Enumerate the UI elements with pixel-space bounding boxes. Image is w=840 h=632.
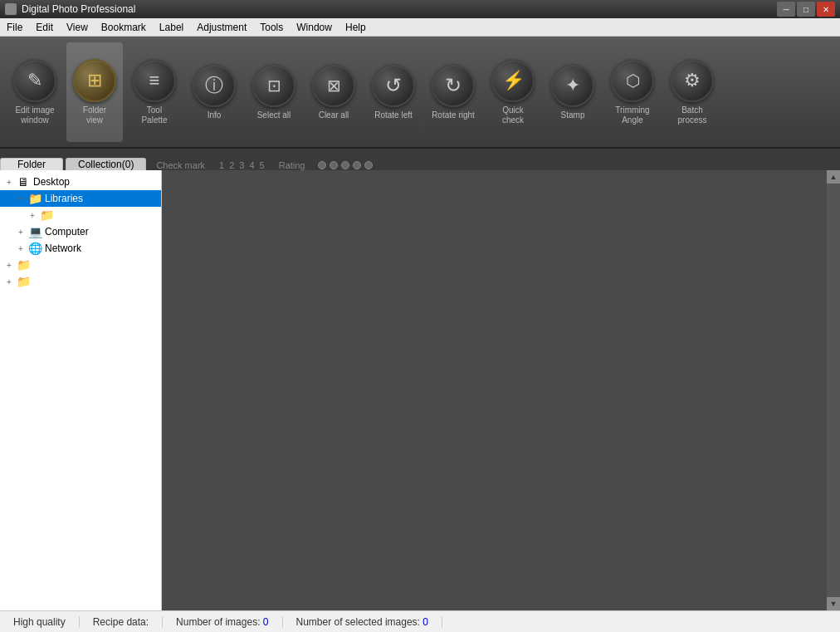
menu-view[interactable]: View — [60, 18, 95, 36]
clear-all-button[interactable]: ⊠ Clear all — [305, 42, 362, 142]
batch-process-button[interactable]: ⚙ Batchprocess — [664, 42, 720, 142]
stamp-label: Stamp — [561, 110, 585, 120]
edit-image-window-button[interactable]: ✎ Edit imagewindow — [7, 42, 63, 142]
network-expand[interactable]: + — [15, 244, 27, 253]
scroll-track[interactable] — [827, 184, 840, 597]
checkmark-1: 1 — [219, 160, 224, 170]
lib-sub-expand[interactable]: + — [27, 211, 38, 220]
network-label: Network — [45, 243, 81, 254]
clear-all-label: Clear all — [319, 110, 349, 120]
select-all-button[interactable]: ⊡ Select all — [246, 42, 302, 142]
folder1-icon: 📁 — [17, 258, 30, 272]
app-icon — [5, 3, 17, 15]
rotate-left-button[interactable]: ↺ Rotate left — [365, 42, 422, 142]
scroll-up-arrow[interactable]: ▲ — [827, 170, 840, 184]
libraries-icon: 📁 — [28, 192, 42, 205]
computer-expand[interactable]: + — [15, 228, 27, 237]
network-icon: 🌐 — [28, 242, 42, 255]
filter-area: Check mark 1 2 3 4 5 Rating — [146, 160, 840, 170]
batch-process-icon: ⚙ — [671, 59, 714, 102]
menu-bookmark[interactable]: Bookmark — [95, 18, 153, 36]
menu-label[interactable]: Label — [153, 18, 190, 36]
num-images-status: Number of images: 0 — [163, 616, 282, 628]
info-button[interactable]: ⓘ Info — [186, 42, 242, 142]
libraries-expand[interactable]: + — [15, 194, 27, 203]
lib-sub-icon: 📁 — [40, 208, 53, 222]
title-bar: Digital Photo Professional ─ □ ✕ — [0, 0, 840, 18]
quick-check-button[interactable]: ⚡ Quickcheck — [485, 42, 541, 142]
menu-file[interactable]: File — [0, 18, 29, 36]
clear-all-icon: ⊠ — [312, 64, 355, 107]
scrollbar[interactable]: ▲ ▼ — [827, 170, 840, 610]
rotate-right-label: Rotate right — [432, 110, 475, 120]
edit-image-window-label: Edit imagewindow — [15, 105, 54, 125]
tool-palette-button[interactable]: ≡ ToolPalette — [126, 42, 183, 142]
menu-tools[interactable]: Tools — [253, 18, 290, 36]
batch-process-label: Batchprocess — [677, 105, 706, 125]
menu-adjustment[interactable]: Adjustment — [190, 18, 253, 36]
main-layout: + 🖥 Desktop + 📁 Libraries + 📁 + 💻 Comput… — [0, 170, 840, 610]
close-button[interactable]: ✕ — [817, 2, 835, 17]
num-images-value: 0 — [263, 616, 269, 628]
sidebar: + 🖥 Desktop + 📁 Libraries + 📁 + 💻 Comput… — [0, 170, 162, 610]
menu-edit[interactable]: Edit — [29, 18, 60, 36]
sidebar-item-network[interactable]: + 🌐 Network — [0, 240, 161, 257]
scroll-down-arrow[interactable]: ▼ — [827, 597, 840, 610]
desktop-expand[interactable]: + — [3, 178, 15, 187]
sidebar-item-desktop[interactable]: + 🖥 Desktop — [0, 174, 161, 190]
sidebar-item-computer[interactable]: + 💻 Computer — [0, 223, 161, 240]
computer-icon: 💻 — [28, 225, 42, 238]
sidebar-item-folder2[interactable]: + 📁 — [0, 273, 161, 290]
folder-tab[interactable]: Folder — [0, 158, 63, 170]
info-icon: ⓘ — [193, 64, 236, 107]
menu-help[interactable]: Help — [339, 18, 373, 36]
tool-palette-icon: ≡ — [133, 59, 176, 102]
sidebar-item-lib-sub[interactable]: + 📁 — [0, 207, 161, 223]
rating-dot-1[interactable] — [318, 161, 326, 169]
libraries-label: Libraries — [45, 193, 83, 204]
edit-image-window-icon: ✎ — [13, 59, 56, 102]
stamp-icon: ✦ — [551, 64, 594, 107]
folder-view-button[interactable]: ⊞ Folderview — [66, 42, 123, 142]
num-selected-label: Number of selected images: — [296, 616, 420, 628]
rating-dot-3[interactable] — [341, 161, 349, 169]
quick-check-icon: ⚡ — [491, 59, 535, 102]
collection-tab[interactable]: Collection(0) — [66, 158, 146, 170]
minimize-button[interactable]: ─ — [777, 2, 795, 17]
rating-dot-4[interactable] — [353, 161, 361, 169]
main-content: ▲ ▼ — [162, 170, 840, 610]
num-images-label: Number of images: — [176, 616, 260, 628]
sidebar-item-libraries[interactable]: + 📁 Libraries — [0, 190, 161, 207]
rotate-right-button[interactable]: ↻ Rotate right — [425, 42, 481, 142]
trimming-angle-label: TrimmingAngle — [615, 105, 649, 125]
trimming-angle-button[interactable]: ⬡ TrimmingAngle — [604, 42, 661, 142]
rotate-left-icon: ↺ — [372, 64, 415, 107]
checkmark-2: 2 — [229, 160, 234, 170]
title-bar-left: Digital Photo Professional — [5, 3, 135, 15]
folder2-expand[interactable]: + — [3, 277, 15, 287]
select-all-label: Select all — [257, 110, 291, 120]
folder-view-label: Folderview — [83, 105, 106, 125]
quality-status: High quality — [13, 616, 80, 628]
info-label: Info — [208, 110, 222, 120]
rating-dot-5[interactable] — [364, 161, 373, 169]
menu-window[interactable]: Window — [290, 18, 339, 36]
rating-dots — [318, 161, 373, 169]
checkmark-numbers: 1 2 3 4 5 — [218, 160, 266, 170]
rating-dot-2[interactable] — [330, 161, 338, 169]
rotate-left-label: Rotate left — [374, 110, 413, 120]
desktop-icon: 🖥 — [17, 175, 30, 189]
sidebar-item-folder1[interactable]: + 📁 — [0, 257, 161, 273]
rating-label: Rating — [279, 160, 305, 170]
folder-view-icon: ⊞ — [73, 59, 116, 102]
title-bar-controls: ─ □ ✕ — [777, 2, 835, 17]
recipe-label: Recipe data: — [93, 616, 149, 628]
num-selected-value: 0 — [422, 616, 428, 628]
maximize-button[interactable]: □ — [797, 2, 815, 17]
stamp-button[interactable]: ✦ Stamp — [545, 42, 601, 142]
select-all-icon: ⊡ — [252, 64, 295, 107]
tool-palette-label: ToolPalette — [141, 105, 167, 125]
folder1-expand[interactable]: + — [3, 261, 15, 270]
status-bar: High quality Recipe data: Number of imag… — [0, 610, 840, 632]
recipe-status: Recipe data: — [80, 616, 163, 628]
